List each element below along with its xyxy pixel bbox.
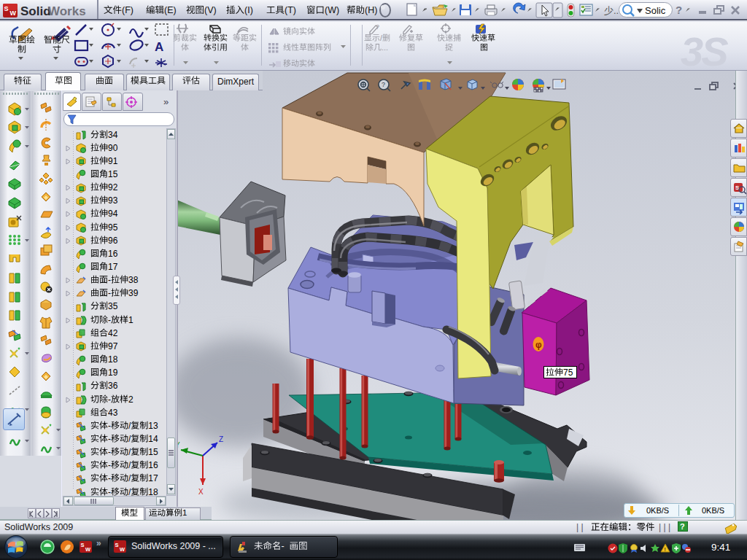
svg-text:2: 2 <box>128 394 133 405</box>
svg-text:(E): (E) <box>164 5 177 15</box>
svg-text:92: 92 <box>108 182 118 192</box>
svg-text:18: 18 <box>108 354 118 365</box>
svg-text:42: 42 <box>108 328 118 338</box>
svg-text:34: 34 <box>108 130 118 140</box>
svg-text:19: 19 <box>108 368 118 378</box>
svg-text:16: 16 <box>108 249 118 259</box>
svg-text:φ: φ <box>535 340 542 350</box>
svg-text:93: 93 <box>108 195 118 206</box>
svg-text:W: W <box>85 546 91 553</box>
svg-text:95: 95 <box>108 222 118 233</box>
svg-text:-: - <box>108 421 111 431</box>
svg-text:...: ... <box>382 43 388 52</box>
svg-text:S: S <box>4 5 9 12</box>
svg-text:/: / <box>128 447 131 457</box>
svg-text:/: / <box>128 421 131 431</box>
svg-text:15: 15 <box>108 169 118 179</box>
svg-text:/: / <box>128 434 131 444</box>
svg-text:/: / <box>128 473 131 483</box>
svg-text:(V): (V) <box>204 5 217 15</box>
svg-text:!: ! <box>665 546 666 553</box>
svg-text:?: ? <box>676 4 682 16</box>
svg-text:91: 91 <box>108 156 118 166</box>
svg-text:S: S <box>115 542 119 548</box>
svg-text:-: - <box>108 315 111 325</box>
svg-text:35: 35 <box>108 301 118 311</box>
svg-text:13: 13 <box>148 421 158 431</box>
svg-text:17: 17 <box>108 262 118 272</box>
svg-text:(W): (W) <box>325 5 339 15</box>
svg-text:/: / <box>380 34 383 42</box>
svg-text:36: 36 <box>108 381 118 391</box>
svg-text:-: - <box>108 394 111 405</box>
svg-text:Solid: Solid <box>20 4 51 18</box>
svg-text:90: 90 <box>108 143 118 153</box>
svg-text:96: 96 <box>108 236 118 246</box>
svg-text:Works: Works <box>48 4 86 18</box>
svg-text:-: - <box>282 541 285 551</box>
svg-text:A: A <box>155 40 163 54</box>
svg-text:43: 43 <box>108 408 118 418</box>
svg-text:75: 75 <box>563 368 573 378</box>
svg-text:-: - <box>108 473 111 483</box>
svg-text:17: 17 <box>148 473 158 483</box>
svg-text:97: 97 <box>108 341 118 351</box>
svg-text:?: ? <box>376 23 379 31</box>
svg-text:(T): (T) <box>285 5 296 15</box>
svg-text:15: 15 <box>148 447 158 457</box>
svg-text:(I): (I) <box>244 5 253 15</box>
svg-text:38: 38 <box>128 275 139 285</box>
svg-text:W: W <box>120 546 125 553</box>
svg-text:1: 1 <box>128 315 133 325</box>
svg-text:S: S <box>81 542 85 548</box>
svg-text:X: X <box>198 488 204 496</box>
svg-text:94: 94 <box>108 209 118 219</box>
svg-text:-: - <box>108 460 111 470</box>
svg-text:Solic: Solic <box>645 5 666 16</box>
svg-text:1: 1 <box>182 508 187 517</box>
svg-text:14: 14 <box>148 434 158 444</box>
svg-text:Z: Z <box>219 435 223 443</box>
svg-text:(F): (F) <box>122 5 133 15</box>
svg-text:?: ? <box>382 81 385 88</box>
svg-text:W: W <box>10 9 17 17</box>
svg-text:少..: 少.. <box>604 5 619 16</box>
svg-text:16: 16 <box>148 460 158 470</box>
svg-text:/: / <box>128 460 131 470</box>
svg-text:-: - <box>108 434 111 444</box>
svg-text:-: - <box>108 275 111 285</box>
svg-text:39: 39 <box>128 288 139 298</box>
svg-text:-: - <box>108 447 111 457</box>
svg-text:-: - <box>108 288 111 298</box>
